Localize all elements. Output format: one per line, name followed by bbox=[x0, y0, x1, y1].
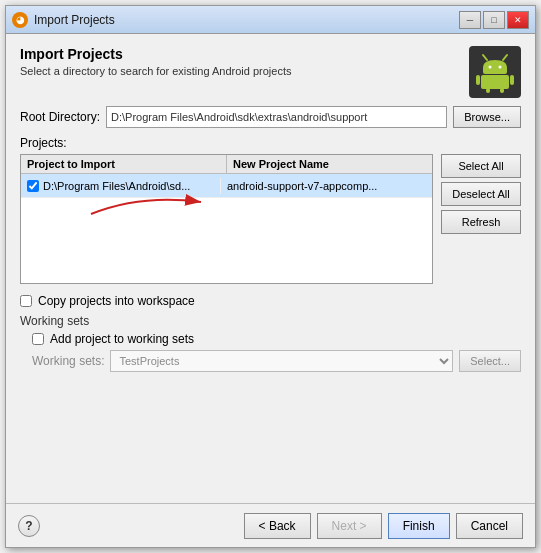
android-icon bbox=[473, 50, 517, 94]
add-to-working-sets-row: Add project to working sets bbox=[20, 332, 521, 346]
svg-rect-4 bbox=[481, 75, 509, 89]
dialog-title: Import Projects bbox=[20, 46, 291, 62]
copy-projects-label: Copy projects into workspace bbox=[38, 294, 195, 308]
copy-projects-checkbox[interactable] bbox=[20, 295, 32, 307]
side-buttons: Select All Deselect All Refresh bbox=[441, 154, 521, 284]
table-header: Project to Import New Project Name bbox=[21, 155, 432, 174]
table-body: D:\Program Files\Android\sd... android-s… bbox=[21, 174, 432, 283]
select-all-button[interactable]: Select All bbox=[441, 154, 521, 178]
close-button[interactable]: ✕ bbox=[507, 11, 529, 29]
col-new-name: New Project Name bbox=[227, 155, 432, 173]
dialog-content: Import Projects Select a directory to se… bbox=[6, 34, 535, 503]
root-dir-input[interactable] bbox=[106, 106, 447, 128]
projects-table: Project to Import New Project Name D:\Pr… bbox=[20, 154, 433, 284]
root-dir-label: Root Directory: bbox=[20, 110, 100, 124]
projects-container: Project to Import New Project Name D:\Pr… bbox=[20, 154, 521, 284]
dialog-subtitle: Select a directory to search for existin… bbox=[20, 65, 291, 77]
title-bar-controls: ─ □ ✕ bbox=[459, 11, 529, 29]
project-checkbox[interactable] bbox=[27, 180, 39, 192]
working-sets-dropdown[interactable]: TestProjects bbox=[110, 350, 453, 372]
svg-line-0 bbox=[483, 55, 487, 60]
eclipse-icon: ◕ bbox=[12, 12, 28, 28]
import-projects-window: ◕ Import Projects ─ □ ✕ Import Projects … bbox=[5, 5, 536, 548]
header-text: Import Projects Select a directory to se… bbox=[20, 46, 291, 77]
refresh-button[interactable]: Refresh bbox=[441, 210, 521, 234]
svg-rect-6 bbox=[510, 75, 514, 85]
add-to-working-sets-label: Add project to working sets bbox=[50, 332, 194, 346]
title-bar: ◕ Import Projects ─ □ ✕ bbox=[6, 6, 535, 34]
table-row[interactable]: D:\Program Files\Android\sd... android-s… bbox=[21, 174, 432, 198]
minimize-button[interactable]: ─ bbox=[459, 11, 481, 29]
dialog-footer: ? < Back Next > Finish Cancel bbox=[6, 503, 535, 547]
next-button[interactable]: Next > bbox=[317, 513, 382, 539]
svg-rect-8 bbox=[500, 88, 504, 93]
help-button[interactable]: ? bbox=[18, 515, 40, 537]
browse-button[interactable]: Browse... bbox=[453, 106, 521, 128]
title-bar-title: Import Projects bbox=[34, 13, 115, 27]
options-section: Copy projects into workspace Working set… bbox=[20, 294, 521, 372]
android-logo bbox=[469, 46, 521, 98]
svg-line-1 bbox=[503, 55, 507, 60]
finish-button[interactable]: Finish bbox=[388, 513, 450, 539]
working-sets-input-row: Working sets: TestProjects Select... bbox=[20, 350, 521, 372]
projects-section: Projects: Project to Import New Project … bbox=[20, 136, 521, 284]
copy-projects-row: Copy projects into workspace bbox=[20, 294, 521, 308]
projects-label: Projects: bbox=[20, 136, 521, 150]
working-sets-field-label: Working sets: bbox=[32, 354, 104, 368]
working-sets-label: Working sets bbox=[20, 314, 89, 328]
title-bar-left: ◕ Import Projects bbox=[12, 12, 115, 28]
cancel-button[interactable]: Cancel bbox=[456, 513, 523, 539]
header-section: Import Projects Select a directory to se… bbox=[20, 46, 521, 98]
root-dir-row: Root Directory: Browse... bbox=[20, 106, 521, 128]
project-path-cell: D:\Program Files\Android\sd... bbox=[21, 178, 221, 194]
svg-rect-7 bbox=[486, 88, 490, 93]
svg-point-2 bbox=[489, 66, 492, 69]
select-working-sets-button[interactable]: Select... bbox=[459, 350, 521, 372]
project-path: D:\Program Files\Android\sd... bbox=[43, 180, 190, 192]
back-button[interactable]: < Back bbox=[244, 513, 311, 539]
add-to-working-sets-checkbox[interactable] bbox=[32, 333, 44, 345]
deselect-all-button[interactable]: Deselect All bbox=[441, 182, 521, 206]
working-sets-group: Working sets Add project to working sets… bbox=[20, 314, 521, 372]
new-project-name-cell: android-support-v7-appcomp... bbox=[221, 178, 432, 194]
col-project: Project to Import bbox=[21, 155, 227, 173]
svg-rect-5 bbox=[476, 75, 480, 85]
maximize-button[interactable]: □ bbox=[483, 11, 505, 29]
svg-point-3 bbox=[499, 66, 502, 69]
